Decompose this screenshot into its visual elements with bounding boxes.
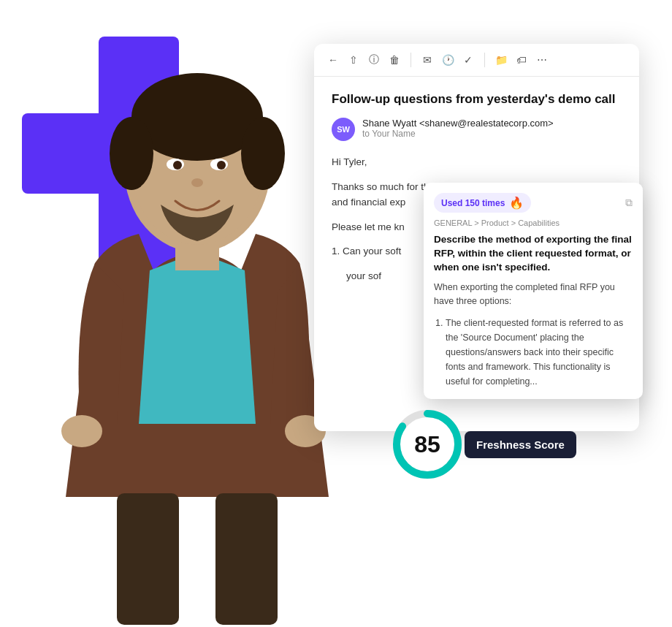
freshness-widget: 85 Freshness Score [387, 404, 576, 484]
svg-point-11 [61, 415, 102, 447]
freshness-label: Freshness Score [465, 431, 576, 458]
knowledge-list-item: The client-requested format is referred … [446, 316, 633, 389]
sender-info: Shane Wyatt <shanew@realestatecorp.com> … [362, 118, 554, 139]
copy-icon[interactable]: ⧉ [625, 197, 633, 209]
score-number: 85 [414, 431, 440, 457]
fire-emoji: 🔥 [509, 196, 524, 210]
knowledge-list: The client-requested format is referred … [434, 316, 633, 389]
svg-point-8 [173, 161, 182, 170]
knowledge-header: Used 150 times 🔥 ⧉ [434, 193, 633, 213]
used-count-text: Used 150 times [441, 198, 505, 208]
clock-icon[interactable]: 🕐 [440, 53, 455, 67]
used-badge: Used 150 times 🔥 [434, 193, 531, 213]
back-icon[interactable]: ← [326, 53, 340, 67]
svg-rect-1 [175, 241, 219, 270]
svg-rect-13 [117, 493, 179, 625]
svg-rect-14 [215, 493, 278, 625]
knowledge-breadcrumb: GENERAL > Product > Capabilities [434, 218, 633, 227]
donut-chart: 85 [387, 404, 467, 484]
folder-icon[interactable]: 📁 [494, 53, 508, 67]
email-subject: Follow-up questions from yesterday's dem… [332, 91, 622, 107]
svg-point-10 [191, 178, 203, 187]
svg-point-4 [110, 117, 153, 190]
email-sender: SW Shane Wyatt <shanew@realestatecorp.co… [332, 118, 622, 141]
tag-icon[interactable]: 🏷 [514, 53, 529, 67]
greeting: Hi Tyler, [332, 154, 622, 170]
check-icon[interactable]: ✓ [461, 53, 476, 67]
email-toolbar: ← ⇧ ⓘ 🗑 ✉ 🕐 ✓ 📁 🏷 ⋯ [314, 44, 639, 77]
svg-point-5 [241, 117, 285, 190]
svg-point-9 [217, 161, 226, 170]
knowledge-card: Used 150 times 🔥 ⧉ GENERAL > Product > C… [424, 183, 643, 399]
sender-name: Shane Wyatt <shanew@realestatecorp.com> [362, 118, 554, 129]
divider-2 [484, 53, 485, 67]
upload-icon[interactable]: ⇧ [346, 53, 361, 67]
sender-avatar: SW [332, 118, 355, 141]
donut-center: 85 [414, 433, 440, 456]
more-icon[interactable]: ⋯ [535, 53, 549, 67]
mail-icon[interactable]: ✉ [420, 53, 435, 67]
delete-icon[interactable]: 🗑 [387, 53, 402, 67]
knowledge-body: When exporting the completed final RFP y… [434, 281, 633, 309]
knowledge-title: Describe the method of exporting the fin… [434, 233, 633, 275]
divider-1 [411, 53, 411, 67]
info-icon[interactable]: ⓘ [367, 53, 381, 67]
sender-to: to Your Name [362, 129, 554, 139]
